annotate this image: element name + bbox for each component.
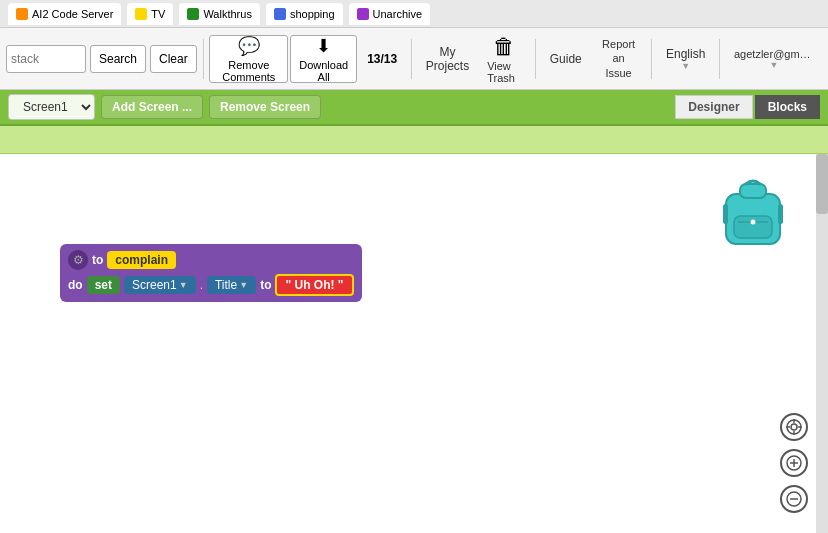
block-row-1: ⚙ to complain bbox=[68, 250, 354, 270]
title-block[interactable]: Title ▼ bbox=[207, 276, 256, 294]
canvas-area[interactable]: ⚙ to complain do set Screen1 ▼ . Title ▼… bbox=[0, 154, 828, 533]
gear-icon[interactable]: ⚙ bbox=[68, 250, 88, 270]
download-all-button[interactable]: ⬇ Download All bbox=[290, 35, 357, 83]
tab-label-ai2: AI2 Code Server bbox=[32, 8, 113, 20]
block-row-2: do set Screen1 ▼ . Title ▼ to " Uh Oh! " bbox=[68, 274, 354, 296]
search-button[interactable]: Search bbox=[90, 45, 146, 73]
divider-4 bbox=[651, 39, 652, 79]
tab-icon-unarchive bbox=[357, 8, 369, 20]
do-label: do bbox=[68, 278, 83, 292]
tab-icon-walkthrus bbox=[187, 8, 199, 20]
svg-point-8 bbox=[791, 424, 797, 430]
tabs-bar: AI2 Code Server TV Walkthrus shopping Un… bbox=[0, 0, 828, 28]
add-screen-button[interactable]: Add Screen ... bbox=[101, 95, 203, 119]
my-projects-button[interactable]: My Projects bbox=[418, 41, 477, 77]
tab-icon-tv bbox=[135, 8, 147, 20]
remove-comments-icon: 💬 bbox=[238, 35, 260, 57]
tab-tv[interactable]: TV bbox=[127, 3, 173, 25]
zoom-in-button[interactable] bbox=[780, 449, 808, 477]
screen1-arrow: ▼ bbox=[179, 280, 188, 290]
scrollbar[interactable] bbox=[816, 154, 828, 533]
tab-label-walkthrus: Walkthrus bbox=[203, 8, 252, 20]
zoom-out-button[interactable] bbox=[780, 485, 808, 513]
search-area: Search Clear bbox=[6, 45, 197, 73]
guide-button[interactable]: Guide bbox=[542, 48, 590, 70]
download-icon: ⬇ bbox=[316, 35, 331, 57]
svg-rect-1 bbox=[740, 184, 766, 198]
tab-unarchive[interactable]: Unarchive bbox=[349, 3, 431, 25]
search-input[interactable] bbox=[6, 45, 86, 73]
clear-button[interactable]: Clear bbox=[150, 45, 197, 73]
screen-toolbar: Screen1 Add Screen ... Remove Screen Des… bbox=[0, 90, 828, 126]
dot-separator: . bbox=[200, 278, 203, 292]
sub-toolbar bbox=[0, 126, 828, 154]
tab-label-tv: TV bbox=[151, 8, 165, 20]
tab-shopping[interactable]: shopping bbox=[266, 3, 343, 25]
svg-rect-5 bbox=[723, 204, 728, 224]
trash-button[interactable]: 🗑 View Trash bbox=[479, 30, 529, 88]
svg-point-4 bbox=[751, 220, 756, 225]
tab-label-unarchive: Unarchive bbox=[373, 8, 423, 20]
to-label: to bbox=[92, 253, 103, 267]
divider-5 bbox=[719, 39, 720, 79]
uh-oh-block[interactable]: " Uh Oh! " bbox=[275, 274, 353, 296]
divider-2 bbox=[411, 39, 412, 79]
view-toggle: Designer Blocks bbox=[675, 95, 820, 119]
tab-walkthrus[interactable]: Walkthrus bbox=[179, 3, 260, 25]
complain-block[interactable]: complain bbox=[107, 251, 176, 269]
scrollbar-thumb[interactable] bbox=[816, 154, 828, 214]
svg-rect-2 bbox=[734, 216, 772, 238]
svg-rect-6 bbox=[778, 204, 783, 224]
blocks-button[interactable]: Blocks bbox=[755, 95, 820, 119]
zoom-controls bbox=[780, 413, 808, 513]
to2-label: to bbox=[260, 278, 271, 292]
tab-label-shopping: shopping bbox=[290, 8, 335, 20]
target-button[interactable] bbox=[780, 413, 808, 441]
divider-3 bbox=[535, 39, 536, 79]
screen-select[interactable]: Screen1 bbox=[8, 94, 95, 120]
remove-screen-button[interactable]: Remove Screen bbox=[209, 95, 321, 119]
user-menu-button[interactable]: agetzler@gmail.com ▼ bbox=[726, 44, 822, 74]
designer-button[interactable]: Designer bbox=[675, 95, 752, 119]
tab-ai2-code-server[interactable]: AI2 Code Server bbox=[8, 3, 121, 25]
block-container: ⚙ to complain do set Screen1 ▼ . Title ▼… bbox=[60, 244, 362, 302]
set-block[interactable]: set bbox=[87, 276, 120, 294]
counter-badge: 13/13 bbox=[359, 48, 405, 70]
backpack-illustration bbox=[718, 174, 788, 244]
language-button[interactable]: English ▼ bbox=[658, 43, 713, 75]
main-toolbar: Search Clear 💬 Remove Comments ⬇ Downloa… bbox=[0, 28, 828, 90]
block-outer[interactable]: ⚙ to complain do set Screen1 ▼ . Title ▼… bbox=[60, 244, 362, 302]
divider-1 bbox=[203, 39, 204, 79]
tab-icon-ai2 bbox=[16, 8, 28, 20]
title-arrow: ▼ bbox=[239, 280, 248, 290]
trash-icon: 🗑 bbox=[493, 34, 515, 60]
report-issue-button[interactable]: Report an Issue bbox=[592, 33, 646, 84]
screen1-block[interactable]: Screen1 ▼ bbox=[124, 276, 196, 294]
remove-comments-button[interactable]: 💬 Remove Comments bbox=[209, 35, 288, 83]
tab-icon-shopping bbox=[274, 8, 286, 20]
